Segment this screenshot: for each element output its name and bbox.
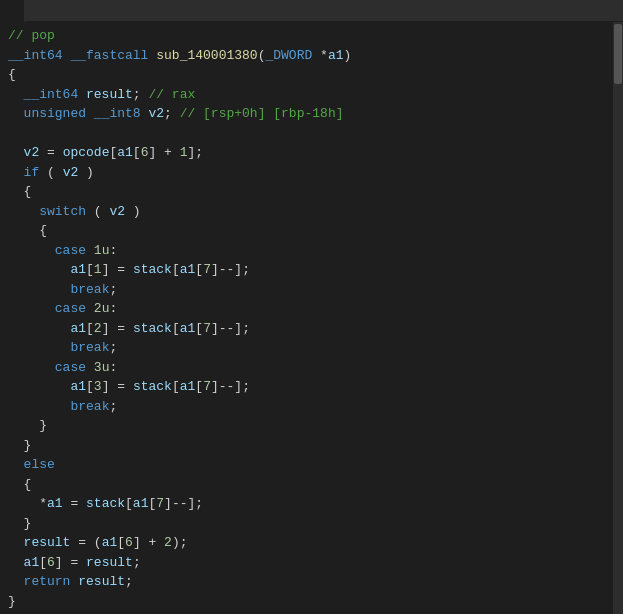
- table-row: *a1 = stack[a1[7]--];: [8, 494, 623, 514]
- table-row: return result;: [8, 572, 623, 592]
- table-row: a1[2] = stack[a1[7]--];: [8, 319, 623, 339]
- table-row: break;: [8, 338, 623, 358]
- table-row: v2 = opcode[a1[6] + 1];: [8, 143, 623, 163]
- table-row: break;: [8, 397, 623, 417]
- table-row: case 3u:: [8, 358, 623, 378]
- table-row: {: [8, 221, 623, 241]
- table-row: {: [8, 65, 623, 85]
- scrollbar[interactable]: [613, 22, 623, 614]
- tab-pop[interactable]: [0, 0, 25, 22]
- table-row: unsigned __int8 v2; // [rsp+0h] [rbp-18h…: [8, 104, 623, 124]
- table-row: if ( v2 ): [8, 163, 623, 183]
- table-row: a1[1] = stack[a1[7]--];: [8, 260, 623, 280]
- table-row: {: [8, 475, 623, 495]
- scrollbar-thumb[interactable]: [614, 24, 622, 84]
- table-row: }: [8, 592, 623, 612]
- table-row: break;: [8, 280, 623, 300]
- code-container: // pop__int64 __fastcall sub_140001380(_…: [0, 0, 623, 614]
- table-row: __int64 result; // rax: [8, 85, 623, 105]
- table-row: case 1u:: [8, 241, 623, 261]
- table-row: }: [8, 416, 623, 436]
- table-row: result = (a1[6] + 2);: [8, 533, 623, 553]
- tab-bar: [0, 0, 623, 22]
- table-row: a1[3] = stack[a1[7]--];: [8, 377, 623, 397]
- table-row: [8, 124, 623, 144]
- table-row: }: [8, 436, 623, 456]
- table-row: a1[6] = result;: [8, 553, 623, 573]
- code-area: // pop__int64 __fastcall sub_140001380(_…: [0, 22, 623, 614]
- table-row: else: [8, 455, 623, 475]
- table-row: case 2u:: [8, 299, 623, 319]
- table-row: }: [8, 514, 623, 534]
- table-row: switch ( v2 ): [8, 202, 623, 222]
- table-row: // pop: [8, 26, 623, 46]
- table-row: {: [8, 182, 623, 202]
- table-row: __int64 __fastcall sub_140001380(_DWORD …: [8, 46, 623, 66]
